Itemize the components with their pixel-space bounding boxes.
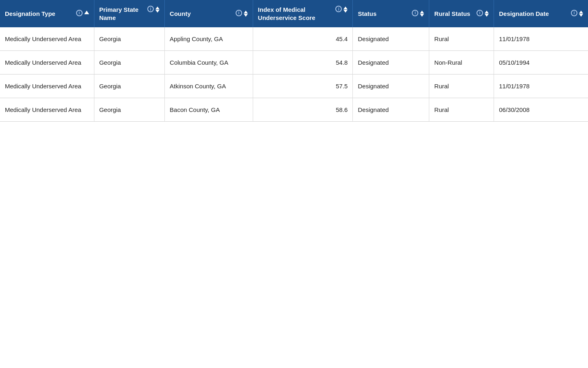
cell-index-score: 57.5	[253, 74, 353, 98]
info-icon-primary-state-name[interactable]: i	[147, 6, 154, 12]
sort-controls-index-score[interactable]	[343, 7, 348, 13]
sort-controls-rural-status[interactable]	[485, 11, 489, 17]
col-label-rural-status: Rural Status	[434, 10, 474, 18]
sort-up-designation-date[interactable]	[579, 11, 583, 13]
cell-rural-status: Non-Rural	[429, 51, 494, 74]
cell-state: Georgia	[94, 51, 164, 74]
cell-designation-type: Medically Underserved Area	[0, 51, 94, 74]
col-label-status: Status	[358, 10, 409, 18]
table-row: Medically Underserved AreaGeorgiaBacon C…	[0, 98, 588, 122]
info-icon-index-score[interactable]: i	[335, 6, 342, 12]
sort-down-designation-date[interactable]	[579, 14, 583, 17]
col-header-primary-state-name: Primary State Name i	[94, 0, 164, 27]
sort-controls-county[interactable]	[244, 11, 248, 17]
cell-index-score: 58.6	[253, 98, 353, 122]
cell-rural-status: Rural	[429, 74, 494, 98]
col-header-county: County i	[165, 0, 253, 27]
table-row: Medically Underserved AreaGeorgiaColumbi…	[0, 51, 588, 74]
cell-county: Columbia County, GA	[165, 51, 253, 74]
cell-index-score: 54.8	[253, 51, 353, 74]
sort-controls-designation-date[interactable]	[579, 11, 583, 17]
table-row: Medically Underserved AreaGeorgiaAppling…	[0, 27, 588, 51]
cell-state: Georgia	[94, 98, 164, 122]
sort-up-primary-state-name[interactable]	[155, 7, 160, 9]
sort-down-index-score[interactable]	[343, 10, 348, 13]
cell-status: Designated	[353, 98, 429, 122]
table-header-row: Designation Type i Primary State Name i	[0, 0, 588, 27]
cell-status: Designated	[353, 51, 429, 74]
sort-down-primary-state-name[interactable]	[155, 10, 160, 13]
cell-designation-date: 05/10/1994	[494, 51, 588, 74]
sort-controls-primary-state-name[interactable]	[155, 7, 160, 13]
sort-up-index-score[interactable]	[343, 7, 348, 9]
cell-rural-status: Rural	[429, 98, 494, 122]
sort-up-status[interactable]	[420, 11, 424, 13]
cell-rural-status: Rural	[429, 27, 494, 51]
sort-controls-designation-type[interactable]	[84, 11, 89, 14]
col-header-designation-date: Designation Date i	[494, 0, 588, 27]
table-row: Medically Underserved AreaGeorgiaAtkinso…	[0, 74, 588, 98]
col-header-index-score: Index of Medical Underservice Score i	[253, 0, 353, 27]
cell-index-score: 45.4	[253, 27, 353, 51]
col-label-index-score: Index of Medical Underservice Score	[258, 6, 333, 22]
sort-controls-status[interactable]	[420, 11, 424, 17]
cell-status: Designated	[353, 27, 429, 51]
cell-designation-date: 11/01/1978	[494, 27, 588, 51]
info-icon-status[interactable]: i	[412, 10, 418, 16]
table-body: Medically Underserved AreaGeorgiaAppling…	[0, 27, 588, 122]
info-icon-designation-type[interactable]: i	[76, 10, 83, 16]
col-header-designation-type: Designation Type i	[0, 0, 94, 27]
sort-down-county[interactable]	[244, 14, 248, 17]
cell-county: Atkinson County, GA	[165, 74, 253, 98]
cell-designation-type: Medically Underserved Area	[0, 27, 94, 51]
col-header-rural-status: Rural Status i	[429, 0, 494, 27]
cell-designation-type: Medically Underserved Area	[0, 98, 94, 122]
col-header-status: Status i	[353, 0, 429, 27]
sort-up-rural-status[interactable]	[485, 11, 489, 13]
sort-up-designation-type[interactable]	[84, 11, 89, 14]
col-label-county: County	[170, 10, 233, 18]
cell-status: Designated	[353, 74, 429, 98]
cell-designation-date: 11/01/1978	[494, 74, 588, 98]
col-label-designation-date: Designation Date	[499, 10, 568, 18]
cell-state: Georgia	[94, 27, 164, 51]
cell-county: Appling County, GA	[165, 27, 253, 51]
cell-designation-type: Medically Underserved Area	[0, 74, 94, 98]
info-icon-county[interactable]: i	[236, 10, 242, 16]
sort-up-county[interactable]	[244, 11, 248, 13]
info-icon-designation-date[interactable]: i	[571, 10, 577, 16]
cell-designation-date: 06/30/2008	[494, 98, 588, 122]
sort-down-rural-status[interactable]	[485, 14, 489, 17]
info-icon-rural-status[interactable]: i	[477, 10, 483, 16]
data-table: Designation Type i Primary State Name i	[0, 0, 588, 122]
sort-down-status[interactable]	[420, 14, 424, 17]
cell-county: Bacon County, GA	[165, 98, 253, 122]
col-label-designation-type: Designation Type	[5, 10, 74, 18]
cell-state: Georgia	[94, 74, 164, 98]
col-label-primary-state-name: Primary State Name	[99, 6, 145, 22]
